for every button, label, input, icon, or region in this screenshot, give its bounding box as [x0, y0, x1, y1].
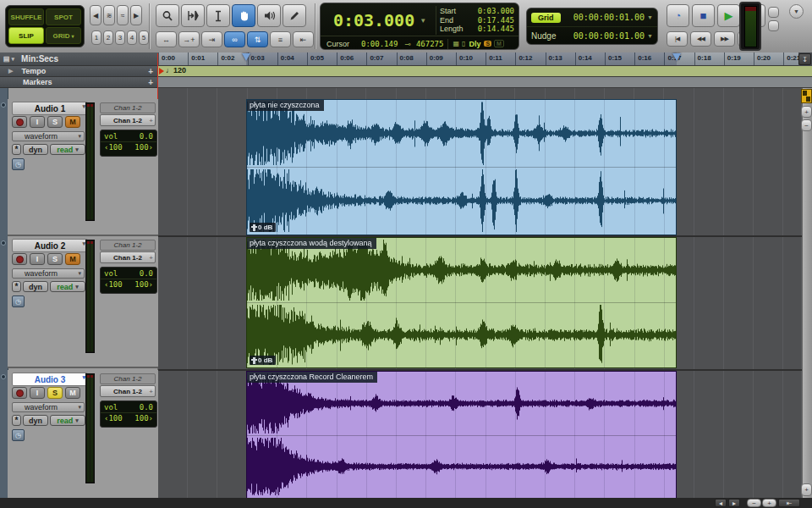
zoom-preset-1[interactable]: 1 [91, 30, 102, 45]
nudge-label[interactable]: Nudge [531, 31, 556, 41]
track-show-dot[interactable] [1, 102, 6, 108]
volume-pan-display[interactable]: vol0.0 ‹100100› [100, 267, 157, 294]
record-enable-button[interactable] [12, 116, 27, 128]
io-output-path[interactable]: Chan 1-2+ [100, 385, 156, 397]
insertion-follows-playback-button[interactable]: ⇅ [247, 31, 268, 47]
volume-pan-display[interactable]: vol0.0 ‹100100› [100, 400, 157, 428]
io-input-path[interactable]: Chan 1-2 [100, 373, 156, 384]
spot-mode-button[interactable]: SPOT [46, 8, 81, 25]
song-start-marker[interactable] [159, 68, 164, 75]
mirrored-midi-editing-button[interactable]: ⇤ [293, 31, 314, 47]
main-counter[interactable]: 0:03.000 ▼ [326, 7, 434, 34]
input-monitor-button[interactable]: I [30, 253, 45, 265]
solo-button[interactable]: S [47, 387, 63, 399]
playlist-dyn-button[interactable]: dyn [23, 281, 48, 292]
playlist-dyn-button[interactable]: dyn [23, 415, 48, 426]
scroll-left-button[interactable]: ◂ [715, 499, 727, 507]
selection-start-marker[interactable] [242, 53, 250, 61]
rewind-button[interactable]: ◀◀ [690, 31, 711, 47]
audio-zoom-in-button[interactable]: + [801, 106, 812, 118]
io-input-path[interactable]: Chan 1-2 [100, 240, 156, 251]
midi-zoom-button[interactable]: ≈ [117, 5, 129, 25]
ruler-tempo-header[interactable]: ▶ Tempo + [0, 66, 158, 77]
record-enable-button[interactable] [12, 387, 27, 399]
track-show-dot[interactable] [1, 374, 6, 379]
scroll-right-button[interactable]: ▸ [728, 499, 740, 507]
zoom-to-fit-button[interactable]: ⇤ [778, 499, 800, 507]
audio-clip-1[interactable]: płyta nie czyszczona 0 dB [246, 99, 677, 235]
track-show-dot[interactable] [1, 240, 6, 246]
mute-button[interactable]: M [65, 116, 80, 128]
zoom-preset-4[interactable]: 4 [127, 30, 137, 45]
track-name-button[interactable]: Audio 1▾ [12, 102, 88, 115]
zoom-in-arrow-button[interactable]: ▶ [130, 5, 142, 25]
solo-button[interactable]: S [47, 253, 63, 265]
shuffle-mode-button[interactable]: SHUFFLE [8, 8, 44, 25]
fast-forward-button[interactable]: ▶▶ [714, 31, 735, 47]
selector-tool[interactable] [206, 4, 230, 27]
link-timeline-edit-selection-button[interactable]: ⇥ [201, 31, 222, 47]
mute-button[interactable]: M [65, 387, 80, 399]
expand-triangle-icon[interactable]: ▶ [8, 68, 13, 75]
elastic-audio-button[interactable]: * [12, 144, 21, 155]
io-output-path[interactable]: Chan 1-2+ [100, 114, 156, 126]
tempo-ruler-strip[interactable]: ♩120 [158, 66, 812, 77]
input-monitor-button[interactable]: I [30, 387, 45, 399]
return-to-zero-button[interactable]: |◀ [667, 31, 688, 47]
audio-zoom-button[interactable]: ≋ [103, 5, 115, 25]
track-view-selector[interactable]: waveform▾ [12, 131, 85, 141]
timebase-clock-icon[interactable]: ◷ [12, 429, 25, 441]
grid-mode-button[interactable]: GRID▾ [46, 27, 81, 44]
trim-tool[interactable] [181, 4, 205, 27]
timebase-clock-icon[interactable]: ◷ [12, 158, 25, 170]
zoom-preset-2[interactable]: 2 [103, 30, 113, 45]
markers-ruler-strip[interactable] [158, 77, 812, 88]
vertical-scrollbar[interactable] [802, 88, 812, 498]
transport-expand-top-button[interactable] [768, 7, 779, 18]
io-output-path[interactable]: Chan 1-2+ [100, 251, 156, 263]
transport-expand-bottom-button[interactable] [768, 20, 779, 31]
horizontal-zoom-in-button[interactable]: + [762, 499, 776, 507]
pencil-tool[interactable] [283, 4, 306, 27]
toolbar-menu-button[interactable]: ▼ [789, 4, 804, 19]
input-monitor-button[interactable]: I [30, 116, 45, 128]
minsecs-ruler-strip[interactable]: 0:000:010:020:030:040:050:060:070:080:09… [158, 52, 798, 66]
track-view-selector[interactable]: waveform▾ [12, 268, 85, 279]
chevron-down-icon[interactable]: ▾ [12, 56, 15, 63]
io-input-path[interactable]: Chan 1-2 [100, 102, 156, 113]
zoom-preset-3[interactable]: 3 [115, 30, 125, 45]
elastic-audio-button[interactable]: * [12, 415, 21, 426]
stop-button[interactable]: ■ [692, 4, 715, 27]
zoom-preset-button[interactable] [801, 89, 812, 103]
play-button[interactable]: ▶ [717, 4, 740, 27]
elastic-audio-button[interactable]: * [12, 281, 21, 292]
timeline-drop-icon[interactable]: ↧ [798, 53, 811, 65]
online-button[interactable]: ◔ [667, 4, 689, 27]
audio-clip-3[interactable]: płyta czyszczona Record Cleanerem [246, 371, 677, 498]
zoom-preset-5[interactable]: 5 [139, 30, 149, 45]
automation-mode-button[interactable]: read▾ [50, 415, 85, 426]
clip-gain-button[interactable]: 0 dB [250, 356, 276, 365]
automation-mode-button[interactable]: read▾ [50, 144, 85, 155]
zoom-out-arrow-button[interactable]: ◀ [90, 5, 102, 25]
grid-value-button[interactable]: Grid [531, 13, 561, 23]
scrubber-tool[interactable] [257, 4, 281, 27]
track-view-selector[interactable]: waveform▾ [12, 402, 85, 412]
timebase-clock-icon[interactable]: ◷ [12, 295, 25, 307]
record-enable-button[interactable] [12, 253, 27, 265]
edit-canvas[interactable]: płyta nie czyszczona 0 dB płyta czyszczo… [158, 88, 802, 498]
ruler-view-icon[interactable]: ▤ [3, 55, 10, 63]
tab-to-transient-button[interactable]: →+ [178, 31, 200, 47]
zoom-toggle-button[interactable]: ↔ [156, 31, 177, 47]
clip-gain-button[interactable]: 0 dB [250, 223, 276, 232]
track-name-button[interactable]: Audio 3▾ [12, 373, 88, 386]
ruler-minsecs-header[interactable]: ▤ ▾ Min:Secs [0, 52, 158, 66]
audio-clip-2[interactable]: płyta czyszczona wodą destylowaną 0 dB [246, 237, 677, 368]
horizontal-zoom-out-button[interactable]: − [747, 499, 761, 507]
audio-zoom-out-button[interactable]: − [801, 119, 812, 131]
automation-follows-edit-button[interactable]: ≡ [270, 31, 291, 47]
mute-button[interactable]: M [65, 253, 80, 265]
ruler-markers-header[interactable]: Markers + [0, 77, 158, 88]
grabber-tool[interactable] [232, 4, 255, 27]
chevron-down-icon[interactable]: ▼ [647, 33, 653, 39]
